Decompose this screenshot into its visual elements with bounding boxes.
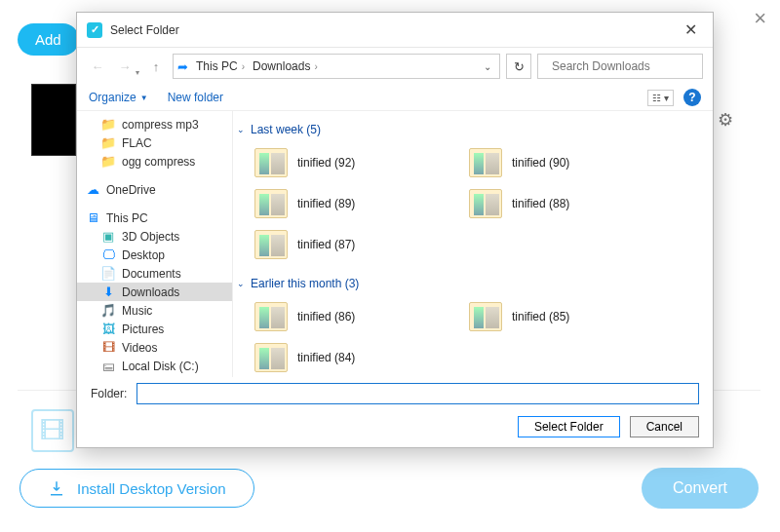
dialog-title: Select Folder: [110, 23, 671, 37]
tree-item-label: 3D Objects: [122, 230, 179, 244]
folder-item[interactable]: tinified (86): [251, 298, 446, 335]
vid-icon: 🎞: [100, 340, 116, 355]
select-folder-button[interactable]: Select Folder: [518, 416, 620, 437]
tree-item[interactable]: 📁FLAC: [77, 133, 232, 152]
folder-icon: 📁: [100, 154, 116, 169]
disk-icon: 🖴: [100, 359, 116, 373]
group-title: Last week (5): [251, 123, 321, 136]
install-desktop-label: Install Desktop Version: [77, 480, 226, 497]
folder-icon: [254, 343, 288, 372]
tree-item-label: compress mp3: [122, 118, 199, 132]
group-header[interactable]: ⌄Earlier this month (3): [233, 271, 703, 296]
folder-name-input[interactable]: [136, 383, 699, 404]
music-icon: 🎵: [100, 303, 116, 318]
nav-back-icon[interactable]: ←: [87, 56, 108, 77]
tree-item[interactable]: 🖵Desktop: [77, 246, 232, 264]
down-icon: ⬇: [100, 285, 116, 299]
pic-icon: 🖼: [100, 322, 116, 336]
tree-item[interactable]: 🖥This PC: [77, 209, 232, 227]
folder-label: tinified (88): [512, 197, 569, 210]
video-thumb: [31, 84, 76, 156]
breadcrumb[interactable]: This PC›: [194, 59, 247, 73]
tree-item-label: Music: [122, 304, 152, 318]
tree-item-label: OneDrive: [106, 183, 156, 197]
search-input[interactable]: [537, 54, 703, 79]
tree-item[interactable]: 🎞Videos: [77, 338, 232, 357]
folder-icon: [254, 189, 288, 218]
tree-item-label: Desktop: [122, 248, 165, 262]
new-folder-button[interactable]: New folder: [168, 91, 223, 104]
convert-button[interactable]: Convert: [642, 468, 759, 509]
folder-icon: [254, 302, 288, 331]
tree-item[interactable]: 🖴Local Disk (C:): [77, 357, 232, 375]
tree-item[interactable]: 📁compress mp3: [77, 115, 232, 133]
help-icon[interactable]: ?: [683, 89, 701, 106]
down-arrow-icon: ➦: [177, 59, 188, 74]
folder-item[interactable]: tinified (92): [251, 144, 446, 181]
tree-item[interactable]: ⬇Downloads: [77, 283, 232, 301]
folder-label: tinified (84): [297, 351, 355, 364]
tree-item[interactable]: 🖼Pictures: [77, 320, 232, 338]
folder-icon: [469, 148, 502, 177]
folder-icon: [254, 148, 288, 177]
folder-label: Folder:: [91, 387, 127, 400]
add-button[interactable]: Add: [18, 23, 79, 56]
folder-item[interactable]: tinified (87): [251, 226, 446, 263]
tree-item[interactable]: ▣3D Objects: [77, 227, 232, 246]
doc-icon: 📄: [100, 266, 116, 281]
group-title: Earlier this month (3): [251, 277, 359, 290]
tree-item[interactable]: 📄Documents: [77, 264, 232, 283]
address-bar[interactable]: ➦ This PC› Downloads› ⌄: [173, 54, 500, 79]
folder-item[interactable]: tinified (88): [465, 185, 660, 222]
cancel-button[interactable]: Cancel: [630, 416, 699, 437]
nav-up-icon[interactable]: ↑: [145, 56, 167, 77]
folder-label: tinified (89): [297, 197, 355, 210]
folder-icon: [469, 189, 502, 218]
tree-item-label: FLAC: [122, 136, 152, 150]
folder-icon: 📁: [100, 135, 116, 150]
tree-item-label: This PC: [106, 211, 148, 225]
search-field[interactable]: [550, 58, 700, 74]
refresh-icon[interactable]: ↻: [506, 54, 531, 79]
tree-item-label: Downloads: [122, 285, 179, 299]
film-icon[interactable]: 🎞: [31, 409, 74, 452]
folder-item[interactable]: tinified (84): [251, 339, 446, 376]
3d-icon: ▣: [100, 229, 116, 244]
folder-label: tinified (87): [297, 238, 355, 251]
tree-item[interactable]: ☁OneDrive: [77, 180, 232, 199]
tree-item-label: Documents: [122, 267, 181, 281]
tree-item[interactable]: 🎵Music: [77, 301, 232, 320]
folder-item[interactable]: tinified (85): [465, 298, 660, 335]
folder-content: ⌄Last week (5)tinified (92)tinified (90)…: [233, 111, 713, 377]
folder-item[interactable]: tinified (89): [251, 185, 446, 222]
breadcrumb[interactable]: Downloads›: [251, 59, 320, 73]
view-options[interactable]: ☷ ▾: [647, 90, 674, 106]
folder-label: tinified (92): [297, 156, 355, 170]
history-chevron-icon[interactable]: ▾: [136, 68, 139, 77]
install-desktop-button[interactable]: Install Desktop Version: [20, 469, 254, 508]
tree-item-label: Pictures: [122, 323, 164, 336]
folder-item[interactable]: tinified (90): [465, 144, 660, 181]
nav-fwd-icon[interactable]: →: [114, 56, 136, 77]
tree-item-label: Videos: [122, 341, 157, 355]
folder-label: tinified (86): [297, 310, 355, 323]
app-close-icon[interactable]: ×: [754, 6, 766, 31]
organize-menu[interactable]: Organize▼: [89, 91, 148, 104]
tree-item-label: Local Disk (C:): [122, 360, 199, 373]
dialog-app-icon: ✓: [87, 22, 102, 38]
desk-icon: 🖵: [100, 247, 116, 262]
pc-icon: 🖥: [85, 210, 100, 225]
chevron-down-icon: ⌄: [237, 279, 245, 288]
nav-tree: 📁compress mp3📁FLAC📁ogg compress☁OneDrive…: [77, 111, 233, 377]
address-expand-icon[interactable]: ⌄: [480, 61, 495, 72]
group-header[interactable]: ⌄Last week (5): [233, 117, 703, 142]
folder-label: tinified (85): [512, 310, 569, 323]
select-folder-dialog: ✓ Select Folder ✕ ← → ▾ ↑ ➦ This PC› Dow…: [76, 12, 714, 448]
folder-icon: [254, 230, 288, 259]
onedrive-icon: ☁: [85, 182, 100, 197]
close-icon[interactable]: ✕: [679, 19, 703, 41]
tree-item[interactable]: 📁ogg compress: [77, 152, 232, 171]
folder-icon: 📁: [100, 117, 116, 132]
folder-label: tinified (90): [512, 156, 569, 170]
settings-gear-icon[interactable]: ⚙: [718, 109, 733, 131]
